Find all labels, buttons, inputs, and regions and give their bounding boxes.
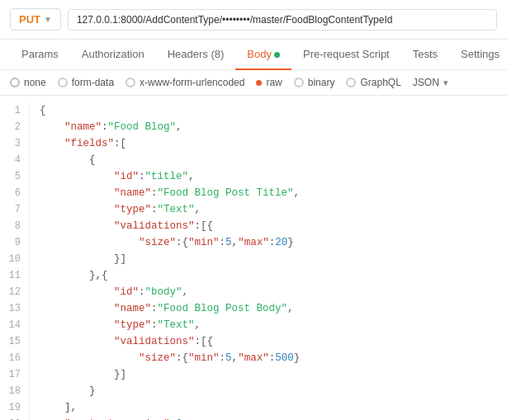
line-number: 9 — [0, 234, 21, 251]
code-line: }] — [40, 251, 507, 267]
line-number: 19 — [0, 399, 21, 416]
code-line: "type":"Text", — [40, 317, 507, 333]
code-line: { — [40, 102, 507, 119]
line-number: 13 — [0, 300, 21, 317]
code-line: "validations":[{ — [40, 218, 507, 234]
line-number: 10 — [0, 251, 21, 267]
url-input[interactable] — [68, 9, 497, 31]
tab-settings[interactable]: Settings — [449, 40, 507, 70]
radio-urlencoded — [126, 78, 135, 87]
body-type-none-label: none — [24, 77, 46, 88]
radio-graphql — [346, 78, 356, 87]
line-number: 2 — [0, 119, 21, 135]
code-line: "type":"Text", — [40, 201, 507, 218]
body-type-formdata[interactable]: form-data — [58, 77, 114, 88]
tab-authorization[interactable]: Authorization — [70, 40, 156, 70]
line-number: 16 — [0, 350, 21, 366]
code-line: ], — [40, 399, 507, 416]
body-type-urlencoded-label: x-www-form-urlencoded — [140, 77, 244, 88]
line-numbers: 123456789101112131415161718192021 — [0, 102, 30, 420]
radio-formdata — [58, 78, 68, 87]
tab-prerequest[interactable]: Pre-request Script — [291, 40, 401, 70]
radio-raw — [256, 80, 262, 86]
line-number: 8 — [0, 218, 21, 234]
body-active-dot — [274, 52, 280, 58]
line-number: 3 — [0, 135, 21, 152]
code-line: }] — [40, 366, 507, 383]
body-type-binary-label: binary — [308, 77, 335, 88]
radio-binary — [294, 78, 304, 87]
code-editor[interactable]: 123456789101112131415161718192021 { "nam… — [0, 96, 507, 420]
line-number: 15 — [0, 333, 21, 350]
line-number: 5 — [0, 168, 21, 185]
line-number: 6 — [0, 185, 21, 201]
format-chevron-icon: ▼ — [442, 78, 450, 87]
tab-bar: Params Authorization Headers (8) Body Pr… — [0, 40, 507, 70]
code-line: "validations":[{ — [40, 333, 507, 350]
body-type-formdata-label: form-data — [72, 77, 114, 88]
code-line: "name":"Food Blog", — [40, 119, 507, 135]
line-number: 18 — [0, 383, 21, 399]
code-line: "size":{"min":5,"max":500} — [40, 350, 507, 366]
body-type-none[interactable]: none — [10, 77, 46, 88]
format-select[interactable]: JSON ▼ — [413, 77, 450, 88]
line-number: 14 — [0, 317, 21, 333]
code-line: } — [40, 383, 507, 399]
body-type-graphql-label: GraphQL — [360, 77, 400, 88]
body-type-graphql[interactable]: GraphQL — [346, 77, 400, 88]
code-line: "content_version":6 — [40, 416, 507, 420]
code-line: "id":"title", — [40, 168, 507, 185]
code-line: "fields":[ — [40, 135, 507, 152]
code-line: { — [40, 152, 507, 168]
line-number: 12 — [0, 284, 21, 300]
code-content[interactable]: { "name":"Food Blog", "fields":[ { "id":… — [30, 102, 507, 420]
line-number: 4 — [0, 152, 21, 168]
body-type-binary[interactable]: binary — [294, 77, 335, 88]
line-number: 11 — [0, 267, 21, 284]
body-type-raw[interactable]: raw — [256, 77, 282, 88]
code-line: "name":"Food Blog Post Body", — [40, 300, 507, 317]
code-line: },{ — [40, 267, 507, 284]
tab-tests[interactable]: Tests — [401, 40, 449, 70]
code-line: "id":"body", — [40, 284, 507, 300]
tab-body[interactable]: Body — [235, 40, 291, 70]
line-number: 7 — [0, 201, 21, 218]
line-number: 20 — [0, 416, 21, 420]
body-type-raw-label: raw — [266, 77, 282, 88]
line-number: 17 — [0, 366, 21, 383]
tab-headers[interactable]: Headers (8) — [156, 40, 236, 70]
format-label: JSON — [413, 77, 439, 88]
method-select[interactable]: PUT ▼ — [10, 8, 61, 31]
line-number: 1 — [0, 102, 21, 119]
method-label: PUT — [19, 13, 40, 26]
url-bar: PUT ▼ — [0, 0, 507, 40]
code-line: "name":"Food Blog Post Title", — [40, 185, 507, 201]
body-type-urlencoded[interactable]: x-www-form-urlencoded — [126, 77, 244, 88]
tab-params[interactable]: Params — [10, 40, 70, 70]
body-type-bar: none form-data x-www-form-urlencoded raw… — [0, 70, 507, 96]
radio-none — [10, 78, 20, 87]
method-chevron-icon: ▼ — [44, 15, 52, 24]
code-line: "size":{"min":5,"max":20} — [40, 234, 507, 251]
